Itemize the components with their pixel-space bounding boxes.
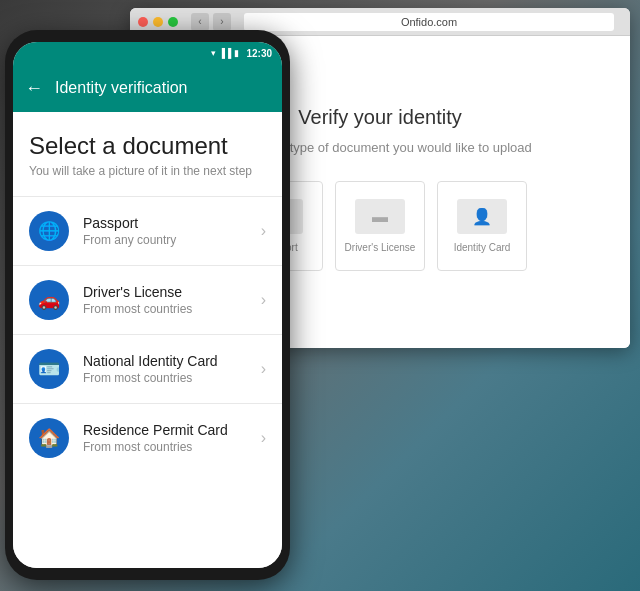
browser-maximize-dot[interactable] (168, 17, 178, 27)
clock: 12:30 (246, 48, 272, 59)
national-id-text: National Identity Card From most countri… (83, 353, 247, 385)
browser-license-card[interactable]: ▬ Driver's License (335, 181, 425, 271)
signal-icon: ▐▐ (219, 48, 232, 58)
status-icons: ▾ ▐▐ ▮ 12:30 (211, 48, 272, 59)
browser-close-dot[interactable] (138, 17, 148, 27)
doc-item-passport[interactable]: 🌐 Passport From any country › (13, 196, 282, 265)
national-id-chevron: › (261, 360, 266, 378)
national-id-subtitle: From most countries (83, 371, 247, 385)
browser-verify-title: Verify your identity (298, 106, 461, 129)
browser-identity-card[interactable]: 👤 Identity Card (437, 181, 527, 271)
battery-icon: ▮ (234, 48, 239, 58)
phone: ▾ ▐▐ ▮ 12:30 ← Identity verification Sel… (5, 30, 290, 580)
license-subtitle: From most countries (83, 302, 247, 316)
doc-item-residence[interactable]: 🏠 Residence Permit Card From most countr… (13, 403, 282, 472)
residence-subtitle: From most countries (83, 440, 247, 454)
license-icon-circle: 🚗 (29, 280, 69, 320)
select-doc-section: Select a document You will take a pictur… (13, 112, 282, 188)
phone-body: Select a document You will take a pictur… (13, 112, 282, 568)
phone-screen: ▾ ▐▐ ▮ 12:30 ← Identity verification Sel… (13, 42, 282, 568)
back-button[interactable]: ← (25, 78, 43, 99)
browser-forward-button[interactable]: › (213, 13, 231, 31)
browser-url: Onfido.com (401, 16, 457, 28)
doc-item-license[interactable]: 🚗 Driver's License From most countries › (13, 265, 282, 334)
national-id-title: National Identity Card (83, 353, 247, 369)
browser-identity-icon: 👤 (457, 199, 507, 234)
passport-icon-circle: 🌐 (29, 211, 69, 251)
browser-nav: ‹ › (191, 13, 231, 31)
browser-minimize-dot[interactable] (153, 17, 163, 27)
residence-text: Residence Permit Card From most countrie… (83, 422, 247, 454)
passport-subtitle: From any country (83, 233, 247, 247)
browser-license-label: Driver's License (345, 242, 416, 253)
browser-identity-label: Identity Card (454, 242, 511, 253)
residence-chevron: › (261, 429, 266, 447)
browser-address-bar[interactable]: Onfido.com (244, 13, 614, 31)
select-doc-subtitle: You will take a picture of it in the nex… (29, 164, 266, 178)
passport-text: Passport From any country (83, 215, 247, 247)
header-title: Identity verification (55, 79, 188, 97)
status-bar: ▾ ▐▐ ▮ 12:30 (13, 42, 282, 64)
passport-chevron: › (261, 222, 266, 240)
doc-list: 🌐 Passport From any country › 🚗 Driver's… (13, 196, 282, 472)
doc-item-national-id[interactable]: 🪪 National Identity Card From most count… (13, 334, 282, 403)
license-chevron: › (261, 291, 266, 309)
select-doc-title: Select a document (29, 132, 266, 160)
passport-title: Passport (83, 215, 247, 231)
browser-back-button[interactable]: ‹ (191, 13, 209, 31)
browser-license-icon: ▬ (355, 199, 405, 234)
residence-title: Residence Permit Card (83, 422, 247, 438)
license-title: Driver's License (83, 284, 247, 300)
license-text: Driver's License From most countries (83, 284, 247, 316)
national-id-icon-circle: 🪪 (29, 349, 69, 389)
residence-icon-circle: 🏠 (29, 418, 69, 458)
wifi-icon: ▾ (211, 48, 216, 58)
phone-header: ← Identity verification (13, 64, 282, 112)
